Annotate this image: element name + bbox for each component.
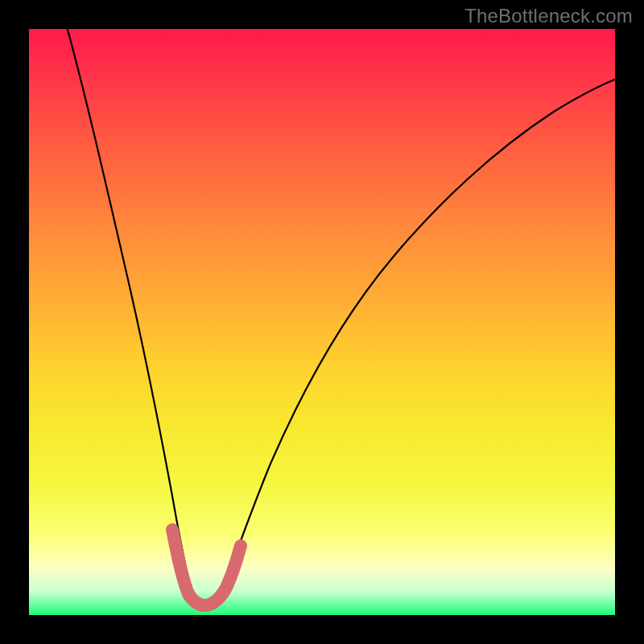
plot-area	[29, 29, 615, 615]
bottleneck-curve	[65, 29, 615, 602]
optimal-range-highlight	[172, 530, 241, 605]
attribution-label: TheBottleneck.com	[464, 5, 633, 27]
curve-layer	[29, 29, 615, 615]
chart-frame: TheBottleneck.com	[0, 0, 644, 644]
